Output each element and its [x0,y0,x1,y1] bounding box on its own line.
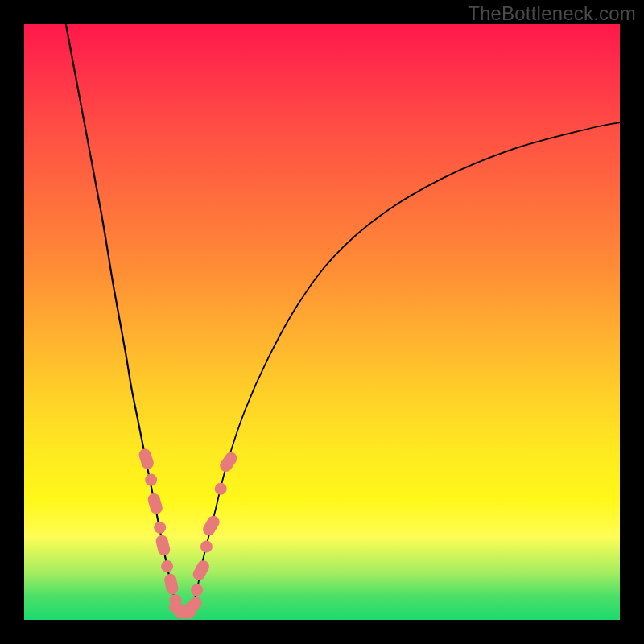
data-point-pill [138,448,155,471]
data-point-pill [155,534,171,557]
data-point-dot [191,584,203,597]
data-point-pill [217,450,239,474]
data-point-dot [215,483,227,495]
chart-frame: TheBottleneck.com [0,0,644,644]
data-point-dot [154,522,166,534]
data-point-pill [163,572,180,596]
data-point-pill [147,492,164,515]
data-point-dot [145,474,157,486]
data-point-pill [191,559,211,583]
data-point-pill [200,514,221,538]
curve-right-arm [191,122,620,611]
data-point-dot [161,560,173,572]
data-point-dot [200,540,213,552]
attribution-text: TheBottleneck.com [468,2,636,25]
plot-area [24,24,620,620]
chart-svg [24,24,620,620]
